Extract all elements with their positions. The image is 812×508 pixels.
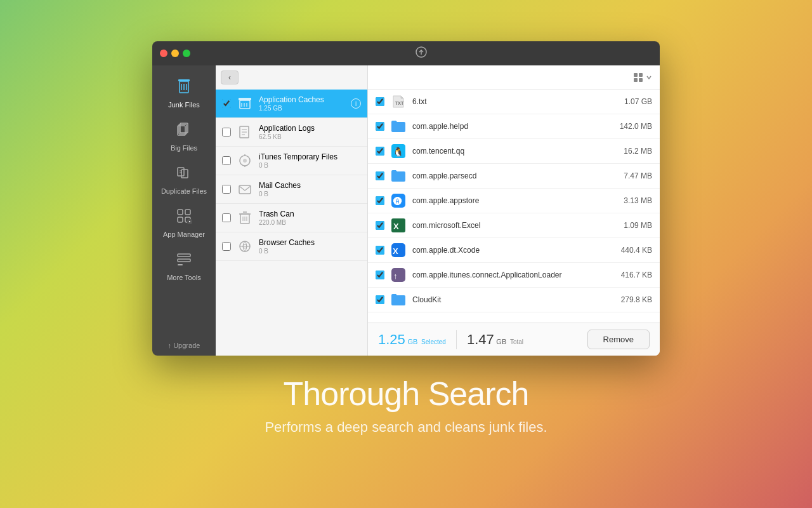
sidebar-item-more-tools[interactable]: More Tools <box>152 244 216 288</box>
file-7-name: com.apple.dt.Xcode <box>412 246 608 255</box>
app-window: Junk Files Big Files <box>152 41 660 356</box>
file-row[interactable]: X com.apple.dt.Xcode 440.4 KB <box>368 238 660 263</box>
size-divider <box>456 330 457 349</box>
file-row[interactable]: ↑ com.apple.itunes.connect.ApplicationLo… <box>368 263 660 288</box>
file-5-checkbox[interactable] <box>376 196 384 205</box>
sidebar-item-big-files[interactable]: Big Files <box>152 115 216 158</box>
svg-rect-10 <box>178 168 184 176</box>
svg-rect-47 <box>634 73 638 77</box>
app-caches-info[interactable]: i <box>351 98 361 109</box>
bottom-bar: 1.25 GB Selected 1.47 GB Total Remove <box>368 323 660 356</box>
traffic-lights <box>160 50 190 57</box>
list-item-mail-caches[interactable]: Mail Caches 0 B <box>216 175 367 204</box>
list-item-trash-can-checkbox[interactable] <box>222 213 231 222</box>
total-num: 1.47 <box>467 331 494 347</box>
sidebar-duplicate-files-label: Duplicate Files <box>161 187 207 195</box>
more-tools-icon <box>176 251 192 271</box>
app-caches-name: Application Caches <box>259 95 348 104</box>
app-logs-size: 62.5 KB <box>259 133 361 140</box>
svg-rect-11 <box>181 170 188 178</box>
app-caches-size: 1.25 GB <box>259 105 348 112</box>
file-9-checkbox[interactable] <box>376 295 384 304</box>
left-panel: ‹ Applica <box>216 65 368 356</box>
app-caches-text: Application Caches 1.25 GB <box>259 95 348 112</box>
browser-caches-size: 0 B <box>259 248 361 255</box>
app-title-icon <box>415 46 428 61</box>
itunes-temp-size: 0 B <box>259 162 361 169</box>
big-files-icon <box>176 121 192 142</box>
list-item-mail-caches-checkbox[interactable] <box>222 185 231 194</box>
file-6-icon: X <box>391 218 406 233</box>
file-1-icon: TXT <box>391 94 406 109</box>
upgrade-button[interactable]: Upgrade <box>168 342 200 349</box>
svg-rect-22 <box>178 259 190 262</box>
trash-can-name: Trash Can <box>259 210 361 218</box>
file-1-checkbox[interactable] <box>376 97 384 106</box>
file-3-icon: 🐧 <box>391 144 406 159</box>
list-item-browser-caches-checkbox[interactable] <box>222 242 231 251</box>
file-row[interactable]: X com.microsoft.Excel 1.09 MB <box>368 213 660 238</box>
list-item-app-logs[interactable]: Application Logs 62.5 KB <box>216 118 367 147</box>
file-7-size: 440.4 KB <box>608 246 652 255</box>
remove-button[interactable]: Remove <box>587 330 650 349</box>
selected-unit: GB <box>407 338 417 345</box>
minimize-button[interactable] <box>171 50 179 57</box>
itunes-temp-icon <box>236 152 254 170</box>
file-row[interactable]: com.apple.parsecd 7.47 MB <box>368 164 660 189</box>
title-bar <box>152 41 660 65</box>
selected-num: 1.25 <box>378 331 405 347</box>
list-item-trash-can[interactable]: Trash Can 220.0 MB <box>216 204 367 232</box>
file-row[interactable]: TXT 6.txt 1.07 GB <box>368 90 660 114</box>
list-item-app-caches[interactable]: Application Caches 1.25 GB i <box>216 90 367 118</box>
maximize-button[interactable] <box>183 50 190 57</box>
list-item-browser-caches[interactable]: Browser Caches 0 B <box>216 232 367 261</box>
file-row[interactable]: 🅐 com.apple.appstore 3.13 MB <box>368 189 660 213</box>
itunes-temp-name: iTunes Temporary Files <box>259 152 361 161</box>
file-2-size: 142.0 MB <box>608 122 652 131</box>
sidebar-junk-files-label: Junk Files <box>168 101 200 109</box>
app-logs-text: Application Logs 62.5 KB <box>259 124 361 140</box>
trash-can-text: Trash Can 220.0 MB <box>259 210 361 226</box>
total-label: Total <box>510 338 523 345</box>
app-caches-icon <box>236 95 254 112</box>
back-button[interactable]: ‹ <box>221 70 239 84</box>
file-3-checkbox[interactable] <box>376 147 384 156</box>
list-item-itunes-temp[interactable]: iTunes Temporary Files 0 B <box>216 147 367 175</box>
file-1-name: 6.txt <box>412 97 608 106</box>
file-4-icon <box>391 168 406 184</box>
sidebar-item-app-manager[interactable]: App Manager <box>152 201 216 244</box>
total-size-display: 1.47 GB Total <box>467 331 523 348</box>
sidebar-item-duplicate-files[interactable]: Duplicate Files <box>152 158 216 201</box>
list-item-app-caches-checkbox[interactable] <box>222 99 231 108</box>
promo-title: Thorough Search <box>265 375 547 413</box>
file-4-checkbox[interactable] <box>376 171 384 180</box>
file-row[interactable]: com.apple.helpd 142.0 MB <box>368 114 660 139</box>
file-8-size: 416.7 KB <box>608 271 652 279</box>
file-8-checkbox[interactable] <box>376 271 384 279</box>
sidebar-item-junk-files[interactable]: Junk Files <box>152 72 216 115</box>
file-2-checkbox[interactable] <box>376 122 384 131</box>
file-6-name: com.microsoft.Excel <box>412 221 608 230</box>
browser-caches-icon <box>236 237 254 255</box>
file-6-size: 1.09 MB <box>608 221 652 230</box>
file-row[interactable]: CloudKit 279.8 KB <box>368 288 660 312</box>
list-item-app-logs-checkbox[interactable] <box>222 128 231 137</box>
view-toggle[interactable] <box>633 72 652 83</box>
mail-caches-size: 0 B <box>259 190 361 197</box>
file-9-name: CloudKit <box>412 295 608 304</box>
mail-caches-name: Mail Caches <box>259 181 361 190</box>
file-7-checkbox[interactable] <box>376 246 384 255</box>
sidebar-big-files-label: Big Files <box>171 144 197 152</box>
file-row[interactable]: 🐧 com.tencent.qq 16.2 MB <box>368 139 660 164</box>
file-4-size: 7.47 MB <box>608 171 652 180</box>
close-button[interactable] <box>160 50 167 57</box>
promo-section: Thorough Search Performs a deep search a… <box>265 375 547 436</box>
left-panel-list: Application Caches 1.25 GB i <box>216 90 367 356</box>
right-panel: TXT 6.txt 1.07 GB com.apple.helpd <box>368 65 660 356</box>
svg-text:X: X <box>393 222 399 231</box>
sidebar: Junk Files Big Files <box>152 65 216 356</box>
list-item-itunes-temp-checkbox[interactable] <box>222 156 231 165</box>
file-6-checkbox[interactable] <box>376 221 384 230</box>
svg-rect-48 <box>639 73 643 77</box>
selected-size-display: 1.25 GB Selected <box>378 331 446 348</box>
